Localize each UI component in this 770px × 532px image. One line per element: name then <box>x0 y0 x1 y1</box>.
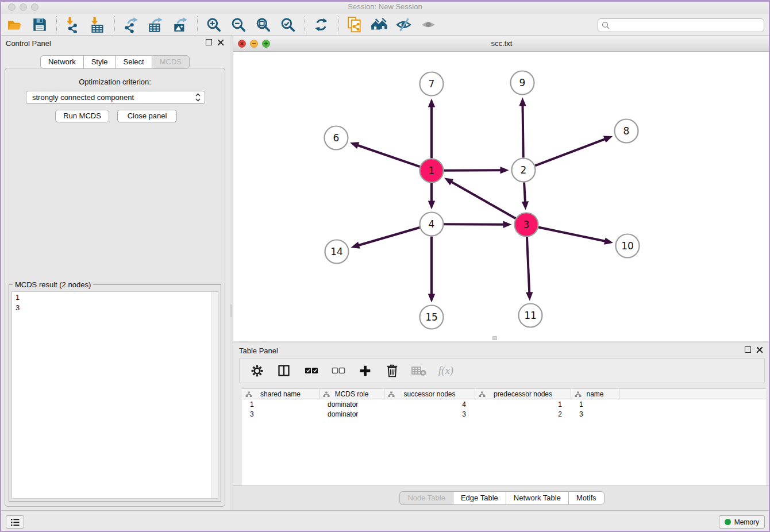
toolbar-separator <box>114 16 115 33</box>
table-cell: 3 <box>384 410 475 418</box>
table-header-row: shared nameMCDS rolesuccessor nodesprede… <box>242 388 766 399</box>
edge-2-9[interactable] <box>523 105 523 157</box>
delete-columns-icon[interactable] <box>384 363 400 379</box>
edge-2-8[interactable] <box>535 139 606 166</box>
optimization-criterion-label: Optimization criterion: <box>5 78 225 86</box>
graph-node-3[interactable]: 3 <box>515 213 538 237</box>
graph-node-8[interactable]: 8 <box>615 119 638 143</box>
search-input[interactable] <box>612 21 760 29</box>
tab-network-table[interactable]: Network Table <box>506 491 568 505</box>
edge-3-11[interactable] <box>527 237 529 293</box>
edge-2-3[interactable] <box>524 182 525 202</box>
open-session-icon[interactable] <box>5 16 25 34</box>
result-scrollbar[interactable] <box>211 292 218 498</box>
run-mcds-button[interactable]: Run MCDS <box>55 110 109 122</box>
graph-node-10[interactable]: 10 <box>616 234 640 258</box>
node-label: 3 <box>523 219 530 230</box>
column-header-name[interactable]: name <box>571 389 619 399</box>
zoom-selected-icon[interactable] <box>278 16 298 34</box>
first-neighbors-icon[interactable] <box>369 16 390 34</box>
graph-node-15[interactable]: 15 <box>420 306 444 329</box>
table-settings-icon[interactable] <box>249 363 265 379</box>
zoom-out-icon[interactable] <box>228 16 249 34</box>
graph-node-2[interactable]: 2 <box>512 159 536 182</box>
column-header-label: predecessor nodes <box>494 390 552 398</box>
export-image-icon[interactable] <box>170 16 191 34</box>
zoom-fit-icon[interactable] <box>253 16 274 34</box>
network-canvas[interactable]: 1234678910111415 <box>233 52 770 341</box>
canvas-resize-grip[interactable] <box>492 336 497 340</box>
window-border-left <box>0 0 1 532</box>
tab-mcds[interactable]: MCDS <box>152 55 190 69</box>
export-network-icon[interactable] <box>121 16 141 34</box>
mcds-result-line: 3 <box>12 302 218 313</box>
refresh-icon[interactable] <box>311 16 332 34</box>
column-header-MCDS-role[interactable]: MCDS role <box>319 389 384 399</box>
node-label: 15 <box>425 311 438 323</box>
edge-4-3[interactable] <box>444 224 504 225</box>
graph-node-7[interactable]: 7 <box>420 72 444 96</box>
graph-node-11[interactable]: 11 <box>519 304 542 327</box>
float-table-panel-icon[interactable] <box>745 346 751 353</box>
create-column-icon[interactable] <box>357 363 373 379</box>
column-hierarchy-icon <box>323 391 330 399</box>
zoom-in-icon[interactable] <box>203 16 224 34</box>
graph-node-1[interactable]: 1 <box>420 159 444 183</box>
graph-node-14[interactable]: 14 <box>325 240 349 264</box>
graph-node-4[interactable]: 4 <box>420 213 444 236</box>
edge-3-10[interactable] <box>538 227 606 241</box>
tab-node-table[interactable]: Node Table <box>399 491 453 505</box>
deselect-all-rows-icon[interactable] <box>330 363 346 379</box>
new-network-from-selection-icon[interactable] <box>344 16 365 34</box>
tab-motifs[interactable]: Motifs <box>568 491 605 505</box>
tab-network[interactable]: Network <box>40 55 83 69</box>
search-field[interactable] <box>598 18 764 32</box>
task-history-button[interactable] <box>6 515 24 529</box>
graph-node-9[interactable]: 9 <box>511 71 534 95</box>
import-table-icon[interactable] <box>87 16 108 34</box>
table-panel-header: Table Panel <box>233 343 770 358</box>
tab-select[interactable]: Select <box>116 55 152 69</box>
toolbar-separator <box>305 16 305 33</box>
column-header-label: shared name <box>260 390 301 398</box>
table-row[interactable]: 3dominator323 <box>242 409 766 419</box>
close-panel-icon[interactable] <box>217 39 224 46</box>
show-all-icon[interactable] <box>418 16 439 34</box>
edge-1-2[interactable] <box>444 170 501 171</box>
select-all-rows-icon[interactable] <box>303 363 319 379</box>
import-network-icon[interactable] <box>63 16 83 34</box>
select-stepper-icon <box>194 92 202 103</box>
hide-selected-icon[interactable] <box>394 16 414 34</box>
float-panel-icon[interactable] <box>206 39 212 45</box>
show-columns-icon[interactable] <box>276 363 292 379</box>
control-panel-tabs: NetworkStyleSelectMCDS <box>0 55 230 69</box>
table-toolbar: f(x) <box>239 358 765 383</box>
close-panel-button[interactable]: Close panel <box>117 110 177 122</box>
edge-1-6[interactable] <box>357 145 419 167</box>
tab-style[interactable]: Style <box>83 55 116 69</box>
node-label: 1 <box>429 165 435 176</box>
optimization-criterion-select[interactable]: strongly connected component <box>26 91 205 104</box>
column-header-shared-name[interactable]: shared name <box>242 389 319 399</box>
mcds-result-list[interactable]: 13 <box>11 291 218 499</box>
export-table-icon[interactable] <box>145 16 166 34</box>
edge-arrowhead <box>350 142 359 149</box>
edge-4-14[interactable] <box>358 228 419 245</box>
table-cell: dominator <box>319 400 384 408</box>
node-label: 4 <box>429 218 435 230</box>
edge-3-1[interactable] <box>451 182 515 218</box>
column-header-predecessor-nodes[interactable]: predecessor nodes <box>475 389 571 399</box>
edge-arrowhead <box>526 292 533 300</box>
table-row[interactable]: 1dominator411 <box>242 399 766 409</box>
save-session-icon[interactable] <box>29 16 50 34</box>
close-table-panel-icon[interactable] <box>756 346 763 353</box>
column-header-label: successor nodes <box>403 390 455 398</box>
node-label: 8 <box>623 125 630 137</box>
memory-button[interactable]: Memory <box>719 515 765 529</box>
edge-arrowhead <box>500 167 509 174</box>
node-label: 6 <box>333 132 340 144</box>
tab-edge-table[interactable]: Edge Table <box>453 491 506 505</box>
table-cell: 1 <box>475 400 571 408</box>
column-header-successor-nodes[interactable]: successor nodes <box>384 389 475 399</box>
graph-node-6[interactable]: 6 <box>325 126 348 150</box>
